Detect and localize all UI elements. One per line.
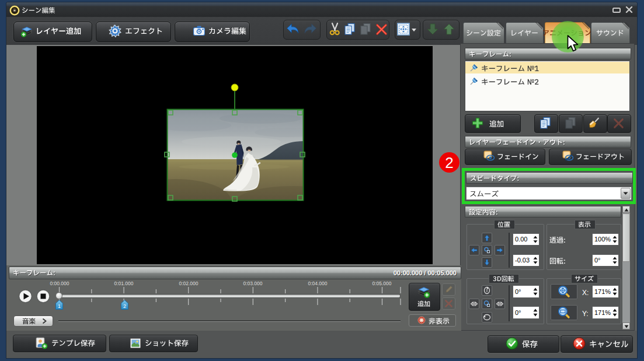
- svg-text:1: 1: [58, 303, 61, 309]
- svg-text:2: 2: [123, 303, 126, 309]
